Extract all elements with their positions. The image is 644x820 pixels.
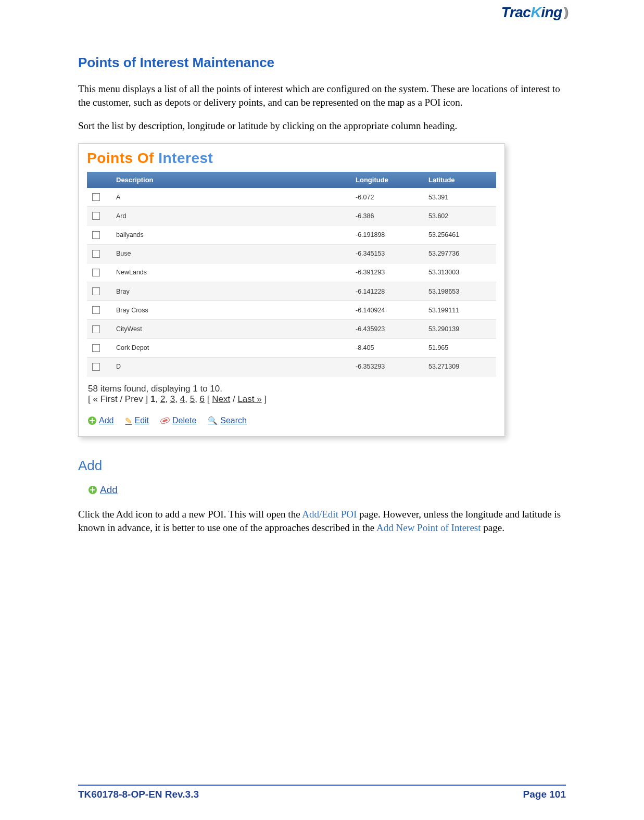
row-checkbox[interactable] [92,212,100,220]
row-checkbox[interactable] [92,306,100,314]
row-checkbox[interactable] [92,325,100,333]
eraser-icon [160,417,170,425]
table-row: Cork Depot-8.40551.965 [87,338,496,357]
logo-part: K [531,4,541,20]
col-latitude[interactable]: Latitude [423,172,496,188]
table-row: Ard-6.38653.602 [87,207,496,225]
add-label: Add [99,416,113,425]
document-page: TracKing)) Points of Interest Maintenanc… [0,0,644,820]
pencil-icon: ✎ [125,416,132,426]
table-row: Bray Cross-6.14092453.199111 [87,301,496,320]
row-checkbox[interactable] [92,231,100,239]
cell-latitude: 53.391 [423,188,496,207]
cell-latitude: 53.199111 [423,301,496,320]
col-description[interactable]: Description [111,172,350,188]
footer-doc-ref: TK60178-8-OP-EN Rev.3.3 [78,789,199,800]
cell-longitude: -6.386 [350,207,423,225]
footer-page-number: Page 101 [523,789,566,800]
delete-label: Delete [172,416,196,425]
row-checkbox-cell [87,282,111,300]
add-paragraph: Click the Add icon to add a new POI. Thi… [78,508,566,534]
cell-longitude: -6.141228 [350,282,423,300]
row-checkbox-cell [87,207,111,225]
search-label: Search [220,416,247,425]
edit-label: Edit [134,416,149,425]
cell-description: CityWest [111,320,350,338]
row-checkbox[interactable] [92,287,100,295]
table-row: ballyands-6.19189853.256461 [87,225,496,244]
cell-longitude: -6.345153 [350,244,423,263]
cell-latitude: 53.256461 [423,225,496,244]
pager-close: ] [262,394,267,404]
row-checkbox[interactable] [92,363,100,371]
table-row: NewLands-6.39129353.313003 [87,263,496,282]
cell-latitude: 53.198653 [423,282,496,300]
cell-longitude: -6.435923 [350,320,423,338]
row-checkbox[interactable] [92,344,100,352]
cell-latitude: 51.965 [423,338,496,357]
cell-longitude: -6.191898 [350,225,423,244]
row-checkbox-cell [87,320,111,338]
table-row: Buse-6.34515353.297736 [87,244,496,263]
row-checkbox-cell [87,225,111,244]
cell-latitude: 53.271309 [423,357,496,376]
cell-latitude: 53.297736 [423,244,496,263]
subsection-heading: Add [78,458,566,474]
pager-current: 1 [150,394,155,404]
table-row: A-6.07253.391 [87,188,496,207]
row-checkbox-cell [87,338,111,357]
intro-paragraph: This menu displays a list of all the poi… [78,82,566,109]
row-checkbox[interactable] [92,250,100,258]
pager-links: [ « First / Prev ] 1, 2, 3, 4, 5, 6 [ Ne… [88,394,495,405]
cell-longitude: -6.391293 [350,263,423,282]
page-footer: TK60178-8-OP-EN Rev.3.3 Page 101 [78,785,566,800]
cell-description: Cork Depot [111,338,350,357]
row-checkbox-cell [87,188,111,207]
plus-circle-icon [88,417,96,425]
edit-button[interactable]: ✎ Edit [125,416,149,426]
pager-page-5[interactable]: 5 [190,394,195,404]
page-title: Points of Interest Maintenance [78,55,566,71]
logo-wave-icon: )) [563,4,566,20]
search-button[interactable]: 🔍 Search [208,416,247,425]
pager-page-2[interactable]: 2 [160,394,165,404]
pager-summary: 58 items found, displaying 1 to 10. [88,384,495,394]
pager-first-prev: « First / Prev ] [93,394,150,404]
brand-logo: TracKing)) [501,4,566,21]
cell-description: Buse [111,244,350,263]
link-add-edit-poi[interactable]: Add/Edit POI [302,509,357,520]
panel-title-b: Interest [158,150,213,166]
link-add-new-poi[interactable]: Add New Point of Interest [376,522,481,533]
logo-part: ing [541,4,562,20]
table-row: CityWest-6.43592353.290139 [87,320,496,338]
col-longitude[interactable]: Longitude [350,172,423,188]
pager-last[interactable]: Last » [237,394,261,404]
cell-description: D [111,357,350,376]
cell-latitude: 53.290139 [423,320,496,338]
pager-page-3[interactable]: 3 [170,394,175,404]
plus-circle-icon [89,486,97,494]
poi-panel: Points Of Interest Description Longitude… [78,143,505,437]
cell-description: NewLands [111,263,350,282]
row-checkbox-cell [87,301,111,320]
panel-title-a: Points Of [87,150,158,166]
add-chip-label: Add [100,484,118,496]
panel-actions: Add ✎ Edit Delete 🔍 Search [79,406,504,436]
delete-button[interactable]: Delete [160,416,196,425]
text: page. [481,522,504,533]
pager-next[interactable]: Next [212,394,230,404]
add-chip-row: Add [89,484,566,496]
add-button[interactable]: Add [88,416,113,425]
cell-description: ballyands [111,225,350,244]
binoculars-icon: 🔍 [208,416,218,425]
cell-description: Ard [111,207,350,225]
cell-longitude: -6.140924 [350,301,423,320]
row-checkbox[interactable] [92,193,100,201]
pager-page-4[interactable]: 4 [180,394,185,404]
cell-longitude: -8.405 [350,338,423,357]
cell-description: Bray Cross [111,301,350,320]
logo-part: Trac [501,4,531,20]
add-chip[interactable]: Add [89,484,118,496]
pager-page-6[interactable]: 6 [200,394,205,404]
row-checkbox[interactable] [92,269,100,276]
